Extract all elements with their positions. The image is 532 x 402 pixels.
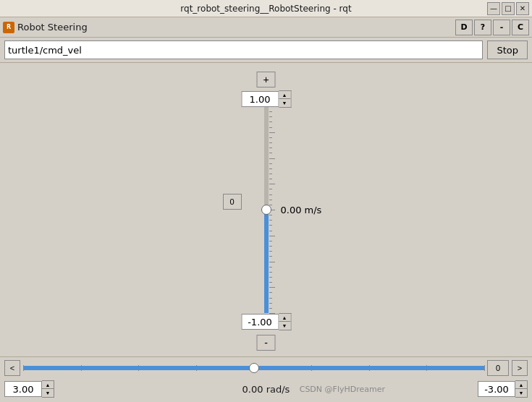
min-spinbox: ▲ ▼: [241, 313, 291, 330]
bottom-area: < 0 > ▲ ▼ 0.00 rad/s CSDN @FlyHDreamer: [0, 356, 532, 402]
max-spinbox: ▲ ▼: [241, 90, 291, 108]
d-button[interactable]: D: [455, 20, 473, 35]
h-thumb[interactable]: [249, 363, 259, 373]
vertical-slider-area: + ▲ ▼ 0 0.00 m/s: [0, 63, 532, 356]
speed-label: 0.00 m/s: [281, 205, 322, 215]
horiz-slider-row: < 0 >: [0, 360, 532, 376]
left-spinbox-group: ▲ ▼: [4, 380, 54, 398]
right-spinbox-arrows: ▲ ▼: [515, 380, 528, 398]
zero-btn-container: 0: [223, 202, 242, 218]
minus-button[interactable]: -: [257, 335, 276, 351]
right-arrow-button[interactable]: >: [512, 360, 528, 376]
left-arrow-button[interactable]: <: [4, 360, 20, 376]
right-spin-down[interactable]: ▼: [515, 389, 527, 397]
v-track-fill: [264, 210, 269, 313]
menu-left: R Robot Steering: [3, 22, 88, 33]
left-spinbox-arrows: ▲ ▼: [42, 380, 54, 398]
right-range-input[interactable]: [478, 381, 515, 397]
max-spin-down[interactable]: ▼: [279, 99, 290, 107]
right-spin-up[interactable]: ▲: [515, 381, 527, 389]
stop-button[interactable]: Stop: [487, 40, 528, 59]
v-thumb[interactable]: [261, 205, 271, 215]
bottom-status-row: ▲ ▼ 0.00 rad/s CSDN @FlyHDreamer ▲ ▼: [0, 379, 532, 399]
min-spin-down[interactable]: ▼: [279, 322, 290, 330]
min-spin-up[interactable]: ▲: [279, 314, 290, 322]
zero-h-button[interactable]: 0: [487, 360, 509, 376]
horiz-track-wrapper[interactable]: [23, 362, 484, 375]
max-value-input[interactable]: [241, 91, 279, 107]
right-spinbox-group: ▲ ▼: [478, 380, 528, 398]
topic-input[interactable]: [4, 40, 483, 59]
max-spinbox-arrows: ▲ ▼: [279, 90, 291, 108]
left-spin-up[interactable]: ▲: [42, 381, 54, 389]
close-btn[interactable]: ✕: [516, 2, 529, 15]
plugin-icon: R: [3, 22, 14, 33]
maximize-btn[interactable]: □: [502, 2, 515, 15]
title-bar: rqt_robot_steering__RobotSteering - rqt …: [0, 0, 532, 17]
min-value-input[interactable]: [241, 314, 279, 330]
main-content: + ▲ ▼ 0 0.00 m/s: [0, 63, 532, 356]
angular-label: 0.00 rad/s: [242, 384, 290, 395]
zero-v-button[interactable]: 0: [223, 194, 242, 210]
window-controls: — □ ✕: [487, 2, 529, 15]
minimize-btn[interactable]: —: [487, 2, 500, 15]
max-spin-up[interactable]: ▲: [279, 91, 290, 99]
topic-bar: Stop: [0, 38, 532, 63]
menu-bar: R Robot Steering D ? - C: [0, 17, 532, 38]
menu-right: D ? - C: [455, 20, 529, 35]
more-button[interactable]: C: [512, 20, 529, 35]
dash-button[interactable]: -: [493, 20, 510, 35]
plugin-title: Robot Steering: [17, 22, 88, 33]
left-range-input[interactable]: [4, 381, 42, 397]
plus-button[interactable]: +: [257, 72, 276, 87]
window-title: rqt_robot_steering__RobotSteering - rqt: [180, 4, 351, 14]
min-spinbox-arrows: ▲ ▼: [279, 313, 291, 330]
left-spin-down[interactable]: ▼: [42, 389, 54, 397]
watermark: CSDN @FlyHDreamer: [0, 385, 391, 394]
speed-label-container: 0.00 m/s: [281, 205, 322, 215]
help-button[interactable]: ?: [474, 20, 491, 35]
